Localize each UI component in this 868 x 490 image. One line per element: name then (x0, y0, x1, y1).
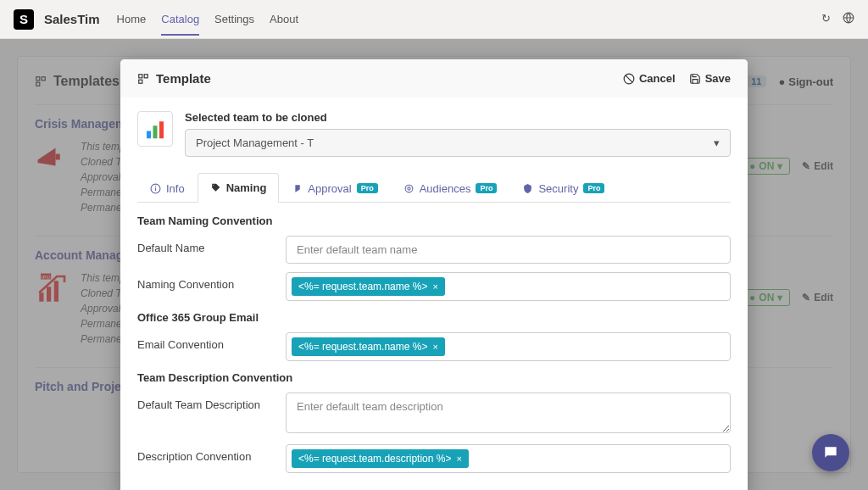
chat-fab[interactable] (812, 434, 849, 471)
svg-rect-13 (139, 80, 142, 83)
remove-tag-icon[interactable]: × (456, 454, 461, 464)
default-desc-input[interactable] (286, 393, 731, 433)
svg-rect-20 (155, 186, 156, 187)
globe-icon[interactable] (843, 12, 854, 26)
nav-catalog[interactable]: Catalog (161, 3, 199, 36)
tab-info[interactable]: Info (137, 173, 198, 203)
svg-rect-15 (147, 131, 151, 139)
nav-about[interactable]: About (270, 3, 298, 36)
default-name-label: Default Name (137, 236, 286, 254)
top-nav: Home Catalog Settings About (117, 3, 298, 36)
default-name-input[interactable] (286, 236, 731, 264)
tab-naming[interactable]: Naming (198, 173, 280, 203)
section-heading: Team Naming Convention (137, 214, 731, 227)
naming-tag[interactable]: <%= request.team.name %> × (292, 277, 445, 296)
team-select[interactable]: Project Management - T ▾ (185, 129, 731, 157)
email-convention-label: Email Convention (137, 332, 286, 351)
pro-badge: Pro (357, 183, 378, 193)
svg-rect-12 (144, 74, 147, 77)
refresh-icon[interactable]: ↻ (821, 12, 831, 26)
naming-convention-input[interactable]: <%= request.team.name %> × (286, 272, 731, 301)
desc-convention-input[interactable]: <%= request.team.description %> × (286, 444, 731, 473)
team-select-value: Project Management - T (196, 136, 314, 149)
save-button[interactable]: Save (689, 72, 731, 85)
tab-approval[interactable]: Approval Pro (279, 173, 390, 203)
modal-title: Template (137, 71, 211, 86)
desc-tag[interactable]: <%= request.team.description %> × (292, 449, 469, 468)
chevron-down-icon: ▾ (714, 136, 720, 149)
section-heading: Office 365 Group Email (137, 311, 731, 324)
app-logo: S (14, 9, 34, 30)
svg-rect-16 (153, 125, 158, 138)
svg-point-22 (405, 185, 413, 192)
naming-convention-label: Naming Convention (137, 272, 286, 291)
svg-rect-17 (159, 121, 164, 138)
email-tag[interactable]: <%= request.team.name %> × (292, 337, 445, 356)
svg-point-21 (408, 187, 410, 189)
remove-tag-icon[interactable]: × (432, 281, 437, 292)
svg-rect-11 (139, 74, 142, 77)
remove-tag-icon[interactable]: × (432, 342, 437, 352)
select-team-label: Selected team to be cloned (185, 111, 731, 124)
team-icon (137, 111, 173, 147)
template-modal: Template Cancel Save Selected team to be… (120, 59, 748, 490)
nav-home[interactable]: Home (117, 3, 147, 36)
nav-settings[interactable]: Settings (214, 3, 254, 36)
tab-audiences[interactable]: Audiences Pro (391, 173, 510, 203)
pro-badge: Pro (583, 183, 604, 193)
tab-security[interactable]: Security Pro (509, 173, 617, 203)
modal-tabs: Info Naming Approval Pro Audiences Pro S… (137, 172, 731, 203)
pro-badge: Pro (476, 183, 497, 193)
cancel-button[interactable]: Cancel (623, 72, 676, 85)
top-bar: S SalesTim Home Catalog Settings About ↻ (0, 0, 868, 39)
svg-rect-19 (155, 187, 156, 191)
default-desc-label: Default Team Description (137, 393, 286, 411)
email-convention-input[interactable]: <%= request.team.name %> × (286, 332, 731, 361)
section-heading: Team Description Convention (137, 371, 731, 384)
brand-name: SalesTim (44, 12, 100, 26)
desc-convention-label: Description Convention (137, 444, 286, 463)
